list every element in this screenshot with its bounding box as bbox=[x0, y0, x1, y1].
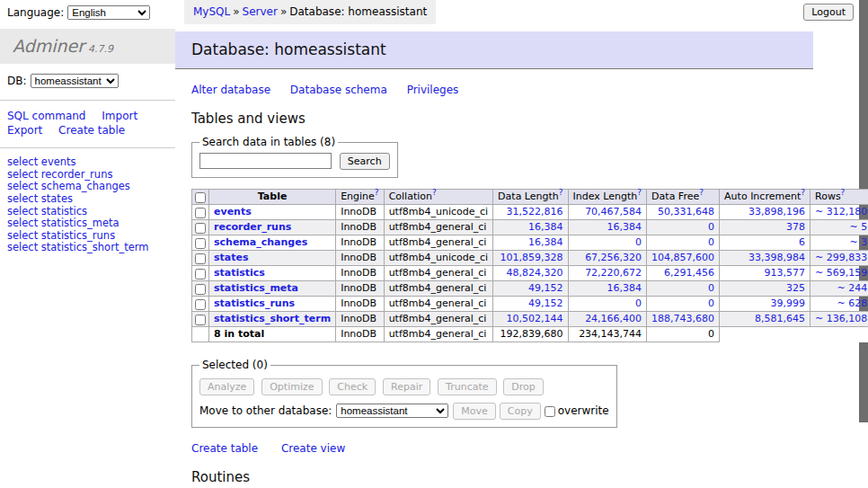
row-checkbox[interactable] bbox=[195, 208, 206, 218]
help-icon[interactable]: ? bbox=[801, 188, 805, 197]
data-free-link[interactable]: 0 bbox=[708, 221, 714, 233]
database-schema-link[interactable]: Database schema bbox=[290, 84, 387, 96]
sidebar-link-import[interactable]: Import bbox=[102, 110, 137, 122]
search-button[interactable]: Search bbox=[340, 153, 390, 170]
sidebar-link-export[interactable]: Export bbox=[7, 124, 42, 137]
collation-cell: utf8mb4_unicode_ci bbox=[384, 251, 492, 266]
privileges-link[interactable]: Privileges bbox=[407, 84, 459, 96]
data-free-link[interactable]: 104,857,600 bbox=[651, 252, 714, 263]
data-length-link[interactable]: 16,384 bbox=[528, 236, 563, 248]
truncate-button[interactable]: Truncate bbox=[438, 378, 496, 395]
auto-increment-link[interactable]: 8,581,645 bbox=[755, 313, 805, 324]
overwrite-checkbox[interactable] bbox=[545, 406, 555, 417]
data-length-link[interactable]: 16,384 bbox=[528, 221, 563, 233]
data-free-link[interactable]: 50,331,648 bbox=[658, 206, 714, 217]
data-length-link[interactable]: 49,152 bbox=[528, 297, 563, 309]
language-select[interactable]: English bbox=[67, 5, 150, 20]
sidebar-link-sql-command[interactable]: SQL command bbox=[7, 110, 85, 122]
table-link[interactable]: statistics_short_term bbox=[214, 313, 331, 324]
search-input[interactable] bbox=[199, 153, 332, 169]
create-table-link[interactable]: Create table bbox=[191, 442, 258, 455]
table-link[interactable]: recorder_runs bbox=[214, 221, 291, 233]
data-free-link[interactable]: 0 bbox=[708, 297, 714, 309]
analyze-button[interactable]: Analyze bbox=[199, 378, 254, 395]
sidebar-link-create-table[interactable]: Create table bbox=[58, 124, 125, 137]
auto-increment-link[interactable]: 325 bbox=[786, 282, 805, 294]
data-length-link[interactable]: 10,502,144 bbox=[507, 313, 563, 324]
row-checkbox[interactable] bbox=[195, 223, 206, 234]
sidebar-item-select-states[interactable]: select states bbox=[7, 193, 168, 205]
help-icon[interactable]: ? bbox=[432, 188, 437, 197]
help-icon[interactable]: ? bbox=[559, 188, 563, 197]
data-length-link[interactable]: 31,522,816 bbox=[507, 206, 563, 217]
rows-count-link[interactable]: ~ 628 bbox=[837, 297, 867, 309]
table-link[interactable]: statistics_runs bbox=[214, 297, 295, 309]
drop-button[interactable]: Drop bbox=[503, 378, 543, 395]
help-icon[interactable]: ? bbox=[375, 188, 379, 197]
rows-count-link[interactable]: ~ 136,108 bbox=[815, 313, 867, 324]
sidebar-item-select-recorder-runs[interactable]: select recorder_runs bbox=[7, 169, 168, 181]
row-checkbox[interactable] bbox=[195, 269, 206, 279]
sidebar-tables-list: select events select recorder_runs selec… bbox=[0, 148, 175, 262]
sidebar-item-select-statistics-short-term[interactable]: select statistics_short_term bbox=[7, 242, 168, 253]
table-link[interactable]: schema_changes bbox=[214, 236, 307, 248]
move-database-select[interactable]: homeassistant bbox=[336, 404, 448, 418]
row-checkbox[interactable] bbox=[195, 253, 206, 264]
move-button[interactable]: Move bbox=[453, 403, 496, 420]
breadcrumb-separator: » bbox=[280, 5, 287, 18]
table-link[interactable]: statistics_meta bbox=[214, 282, 298, 294]
alter-database-link[interactable]: Alter database bbox=[191, 84, 270, 96]
data-length-link[interactable]: 49,152 bbox=[528, 282, 563, 294]
sidebar-item-select-statistics-meta[interactable]: select statistics_meta bbox=[7, 217, 168, 229]
rows-count-link[interactable]: ~ 569,159 bbox=[815, 267, 867, 279]
breadcrumb-link-mysql[interactable]: MySQL bbox=[193, 5, 230, 18]
auto-increment-link[interactable]: 33,398,984 bbox=[748, 252, 805, 263]
index-length-link[interactable]: 70,467,584 bbox=[585, 206, 642, 217]
data-length-link[interactable]: 48,824,320 bbox=[507, 267, 563, 279]
data-free-link[interactable]: 6,291,456 bbox=[664, 267, 714, 279]
index-length-link[interactable]: 24,166,400 bbox=[585, 313, 642, 324]
auto-increment-link[interactable]: 378 bbox=[786, 221, 805, 233]
table-link[interactable]: states bbox=[214, 252, 249, 263]
sidebar-item-select-statistics[interactable]: select statistics bbox=[7, 206, 168, 217]
breadcrumb-link-server[interactable]: Server bbox=[243, 5, 278, 18]
index-length-link[interactable]: 67,256,320 bbox=[585, 252, 642, 263]
db-select[interactable]: homeassistant bbox=[31, 74, 119, 88]
help-icon[interactable]: ? bbox=[637, 188, 642, 197]
index-length-link[interactable]: 0 bbox=[635, 297, 642, 309]
sidebar-item-select-schema-changes[interactable]: select schema_changes bbox=[7, 181, 168, 192]
index-length-link[interactable]: 16,384 bbox=[607, 282, 642, 294]
rows-count-link[interactable]: ~ 312,180 bbox=[815, 206, 867, 217]
data-free-link[interactable]: 188,743,680 bbox=[651, 313, 714, 324]
rows-count-link[interactable]: ~ 3 bbox=[849, 236, 867, 248]
create-view-link[interactable]: Create view bbox=[281, 442, 345, 455]
sidebar-item-select-statistics-runs[interactable]: select statistics_runs bbox=[7, 230, 168, 242]
index-length-link[interactable]: 16,384 bbox=[607, 221, 642, 233]
rows-count-link[interactable]: ~ 5 bbox=[849, 221, 867, 233]
auto-increment-link[interactable]: 33,898,196 bbox=[748, 206, 805, 217]
auto-increment-link[interactable]: 913,577 bbox=[765, 267, 806, 279]
auto-increment-link[interactable]: 6 bbox=[799, 236, 805, 248]
index-length-link[interactable]: 72,220,672 bbox=[585, 267, 642, 279]
data-free-link[interactable]: 0 bbox=[708, 282, 714, 294]
check-button[interactable]: Check bbox=[329, 378, 376, 395]
rows-count-link[interactable]: ~ 244 bbox=[837, 282, 867, 294]
help-icon[interactable]: ? bbox=[699, 188, 704, 197]
help-icon[interactable]: ? bbox=[841, 188, 846, 197]
row-checkbox[interactable] bbox=[195, 315, 206, 325]
copy-button[interactable]: Copy bbox=[500, 403, 541, 420]
select-all-checkbox[interactable] bbox=[195, 192, 206, 203]
table-link[interactable]: events bbox=[214, 206, 252, 217]
repair-button[interactable]: Repair bbox=[383, 378, 430, 395]
data-length-link[interactable]: 101,859,328 bbox=[500, 252, 563, 263]
index-length-link[interactable]: 0 bbox=[635, 236, 642, 248]
row-checkbox[interactable] bbox=[195, 284, 206, 295]
row-checkbox[interactable] bbox=[195, 299, 206, 310]
optimize-button[interactable]: Optimize bbox=[261, 378, 322, 395]
auto-increment-link[interactable]: 39,999 bbox=[771, 297, 806, 309]
data-free-link[interactable]: 0 bbox=[708, 236, 714, 248]
row-checkbox[interactable] bbox=[195, 238, 206, 249]
table-link[interactable]: statistics bbox=[214, 267, 265, 279]
rows-count-link[interactable]: ~ 299,833 bbox=[815, 252, 867, 263]
sidebar-item-select-events[interactable]: select events bbox=[7, 156, 168, 168]
